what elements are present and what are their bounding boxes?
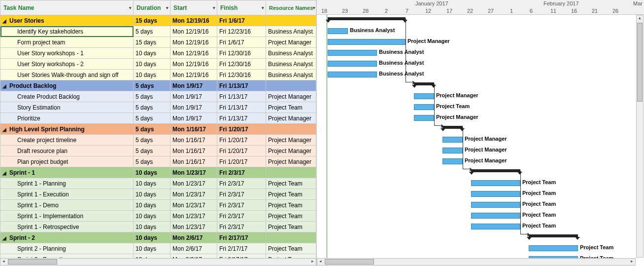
finish-cell[interactable]: Fri 12/30/16 — [217, 48, 266, 59]
collapse-icon[interactable]: ◢ — [2, 18, 6, 24]
task-name-cell[interactable]: ◢Product Backlog — [0, 80, 134, 91]
task-bar[interactable] — [328, 28, 348, 34]
duration-cell[interactable]: 5 days — [134, 113, 170, 124]
task-name-cell[interactable]: Sprint 2 - Planning — [0, 243, 134, 254]
finish-cell[interactable]: Fri 12/23/16 — [217, 26, 266, 37]
table-row[interactable]: Sprint 1 - Execution10 daysMon 1/23/17Fr… — [0, 189, 317, 200]
resource-cell[interactable]: Business Analyst — [266, 48, 317, 59]
finish-cell[interactable]: Fri 12/30/16 — [217, 70, 266, 80]
table-h-scrollbar[interactable]: ◂ ▸ — [0, 258, 316, 266]
finish-cell[interactable]: Fri 1/20/17 — [217, 135, 266, 146]
finish-cell[interactable]: Fri 1/20/17 — [217, 146, 266, 156]
finish-cell[interactable]: Fri 1/20/17 — [217, 124, 266, 135]
resource-cell[interactable]: Project Team — [266, 200, 317, 211]
finish-cell[interactable]: Fri 12/30/16 — [217, 59, 266, 70]
resource-cell[interactable] — [266, 124, 317, 135]
start-cell[interactable]: Mon 12/19/16 — [170, 48, 217, 59]
task-bar[interactable] — [414, 93, 434, 99]
duration-cell[interactable]: 5 days — [134, 124, 170, 135]
task-bar[interactable] — [328, 39, 406, 45]
finish-cell[interactable]: Fri 2/3/17 — [217, 189, 266, 200]
resource-cell[interactable]: Project Manager — [266, 37, 317, 48]
task-name-cell[interactable]: Sprint 1 - Retrospective — [0, 222, 134, 232]
duration-cell[interactable]: 15 days — [134, 15, 170, 26]
task-bar[interactable] — [328, 50, 377, 56]
duration-cell[interactable]: 5 days — [134, 80, 170, 91]
table-row[interactable]: ◢Sprint - 210 daysMon 2/6/17Fri 2/17/17 — [0, 232, 317, 243]
scroll-right-icon[interactable]: ▸ — [629, 259, 635, 265]
duration-cell[interactable]: 10 days — [134, 48, 170, 59]
chevron-down-icon[interactable]: ▾ — [166, 5, 169, 10]
gantt-h-scrollbar[interactable]: ◂ ▸ — [317, 258, 636, 266]
duration-cell[interactable]: 10 days — [134, 70, 170, 80]
collapse-icon[interactable]: ◢ — [2, 83, 6, 89]
start-cell[interactable]: Mon 12/19/16 — [170, 59, 217, 70]
start-cell[interactable]: Mon 1/9/17 — [170, 91, 217, 102]
col-finish[interactable]: Finish ▾ — [217, 0, 266, 15]
duration-cell[interactable]: 10 days — [134, 232, 170, 243]
resource-cell[interactable]: Business Analyst — [266, 70, 317, 80]
finish-cell[interactable]: Fri 2/17/17 — [217, 243, 266, 254]
table-row[interactable]: Form project team15 daysMon 12/19/16Fri … — [0, 37, 317, 48]
scroll-thumb[interactable] — [325, 259, 374, 265]
table-row[interactable]: Sprint 2 - Planning10 daysMon 2/6/17Fri … — [0, 243, 317, 254]
task-name-cell[interactable]: User Story workshops - 1 — [0, 48, 134, 59]
table-row[interactable]: Prioritize5 daysMon 1/9/17Fri 1/13/17Pro… — [0, 113, 317, 124]
finish-cell[interactable]: Fri 1/13/17 — [217, 80, 266, 91]
duration-cell[interactable]: 10 days — [134, 222, 170, 232]
task-bar[interactable] — [442, 137, 463, 143]
task-bar[interactable] — [471, 224, 520, 229]
table-row[interactable]: Identify Key stakeholders5 daysMon 12/19… — [0, 26, 317, 37]
table-row[interactable]: User Stories Walk-through and sign off10… — [0, 70, 317, 80]
duration-cell[interactable]: 5 days — [134, 135, 170, 146]
start-cell[interactable]: Mon 12/19/16 — [170, 70, 217, 80]
table-row[interactable]: Sprint 1 - Planning10 daysMon 1/23/17Fri… — [0, 178, 317, 189]
scroll-left-icon[interactable]: ◂ — [0, 259, 7, 265]
collapse-icon[interactable]: ◢ — [2, 170, 6, 176]
table-row[interactable]: Create project timeline5 daysMon 1/16/17… — [0, 135, 317, 146]
start-cell[interactable]: Mon 1/23/17 — [170, 211, 217, 222]
duration-cell[interactable]: 10 days — [134, 59, 170, 70]
start-cell[interactable]: Mon 2/6/17 — [170, 232, 217, 243]
table-row[interactable]: Draft resource plan5 daysMon 1/16/17Fri … — [0, 146, 317, 156]
table-row[interactable]: Sprint 1 - Implementation10 daysMon 1/23… — [0, 211, 317, 222]
task-name-cell[interactable]: ◢Sprint - 1 — [0, 167, 134, 178]
resource-cell[interactable] — [266, 232, 317, 243]
scroll-thumb[interactable] — [637, 23, 643, 102]
start-cell[interactable]: Mon 1/23/17 — [170, 200, 217, 211]
task-name-cell[interactable]: ◢High Level Sprint Planning — [0, 124, 134, 135]
resource-cell[interactable]: Business Analyst — [266, 26, 317, 37]
start-cell[interactable]: Mon 1/23/17 — [170, 222, 217, 232]
task-bar[interactable] — [529, 245, 578, 251]
task-name-cell[interactable]: ◢User Stories — [0, 15, 134, 26]
task-bar[interactable] — [471, 191, 520, 197]
start-cell[interactable]: Mon 1/9/17 — [170, 113, 217, 124]
duration-cell[interactable]: 5 days — [134, 146, 170, 156]
start-cell[interactable]: Mon 1/16/17 — [170, 156, 217, 167]
task-name-cell[interactable]: Story Estimation — [0, 102, 134, 113]
duration-cell[interactable]: 5 days — [134, 102, 170, 113]
table-row[interactable]: ◢Product Backlog5 daysMon 1/9/17Fri 1/13… — [0, 80, 317, 91]
duration-cell[interactable]: 15 days — [134, 37, 170, 48]
chevron-down-icon[interactable]: ▾ — [213, 5, 215, 10]
finish-cell[interactable]: Fri 2/3/17 — [217, 222, 266, 232]
table-row[interactable]: User Story workshops - 110 daysMon 12/19… — [0, 48, 317, 59]
task-name-cell[interactable]: Draft resource plan — [0, 146, 134, 156]
start-cell[interactable]: Mon 1/16/17 — [170, 135, 217, 146]
finish-cell[interactable]: Fri 1/13/17 — [217, 91, 266, 102]
col-resource[interactable]: Resource Names ▾ — [266, 0, 317, 15]
gantt-v-scrollbar[interactable]: ▴ — [636, 15, 644, 258]
scroll-up-icon[interactable]: ▴ — [637, 15, 643, 22]
duration-cell[interactable]: 10 days — [134, 189, 170, 200]
duration-cell[interactable]: 10 days — [134, 211, 170, 222]
scroll-right-icon[interactable]: ▸ — [309, 259, 316, 265]
duration-cell[interactable]: 5 days — [134, 26, 170, 37]
table-row[interactable]: ◢High Level Sprint Planning5 daysMon 1/1… — [0, 124, 317, 135]
task-name-cell[interactable]: Sprint 1 - Execution — [0, 189, 134, 200]
summary-bar[interactable] — [328, 17, 406, 20]
duration-cell[interactable]: 10 days — [134, 243, 170, 254]
task-bar[interactable] — [328, 72, 377, 77]
finish-cell[interactable]: Fri 2/3/17 — [217, 211, 266, 222]
task-bar[interactable] — [414, 115, 434, 121]
task-bar[interactable] — [328, 61, 377, 67]
